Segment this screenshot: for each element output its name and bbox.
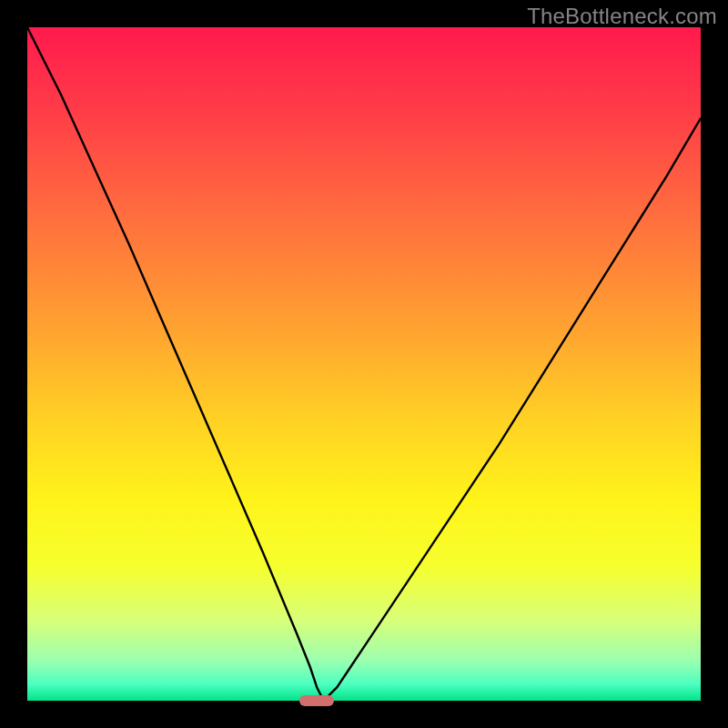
chart-outer-frame: TheBottleneck.com bbox=[0, 0, 728, 728]
watermark-text: TheBottleneck.com bbox=[527, 4, 717, 29]
bottleneck-curve bbox=[27, 27, 701, 701]
curve-layer bbox=[27, 27, 701, 701]
min-marker bbox=[299, 695, 334, 706]
plot-area bbox=[27, 27, 701, 701]
